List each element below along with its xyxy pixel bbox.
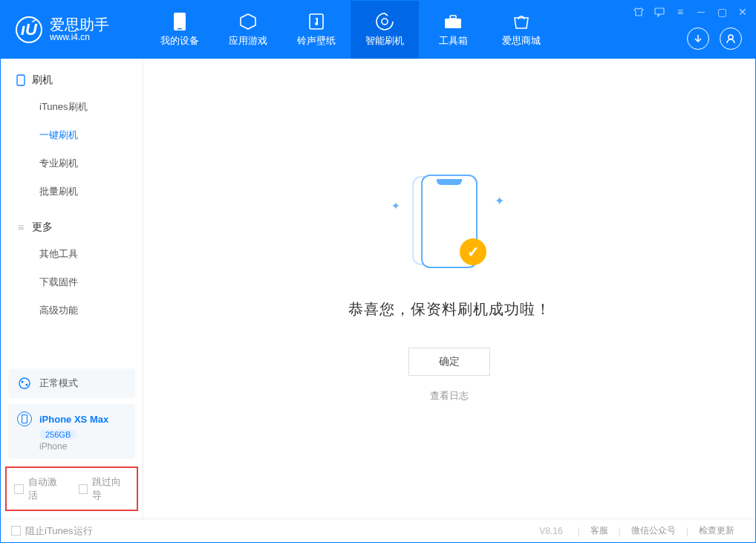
- feedback-icon[interactable]: [653, 5, 666, 19]
- app-title: 爱思助手: [50, 16, 109, 33]
- sidebar-section-title: 刷机: [1, 74, 143, 93]
- sidebar-item-one-click-flash[interactable]: 一键刷机: [1, 121, 143, 149]
- checkbox-label: 自动激活: [28, 475, 65, 502]
- nav-tab-flash[interactable]: 智能刷机: [351, 1, 419, 59]
- device-card[interactable]: iPhone XS Max 256GB iPhone: [8, 404, 135, 459]
- sidebar-item-pro-flash[interactable]: 专业刷机: [1, 149, 143, 178]
- svg-rect-6: [655, 8, 664, 14]
- device-icon: [170, 12, 189, 31]
- tools-icon: [443, 12, 463, 31]
- mode-card[interactable]: 正常模式: [8, 368, 135, 398]
- sparkle-icon: ✦: [391, 200, 400, 212]
- device-name: iPhone XS Max: [39, 414, 108, 425]
- app-logo-icon: ıÚ: [16, 16, 42, 43]
- download-button[interactable]: [687, 27, 709, 50]
- body: 刷机 iTunes刷机 一键刷机 专业刷机 批量刷机 ≡ 更多 其他工具 下载固…: [1, 59, 755, 518]
- sidebar-heading-label: 刷机: [32, 74, 53, 87]
- nav-tab-label: 我的设备: [160, 34, 199, 48]
- nav-tab-ringtone[interactable]: 铃声壁纸: [282, 1, 351, 59]
- sidebar-section-flash: 刷机 iTunes刷机 一键刷机 专业刷机 批量刷机: [1, 59, 143, 206]
- success-message: 恭喜您，保资料刷机成功啦！: [348, 299, 551, 319]
- checkbox-auto-activate[interactable]: 自动激活: [14, 475, 65, 502]
- footer-link-update[interactable]: 检查更新: [688, 524, 745, 537]
- svg-point-10: [22, 381, 24, 383]
- sidebar-section-title: ≡ 更多: [1, 221, 143, 240]
- checkbox-block-itunes[interactable]: 阻止iTunes运行: [11, 524, 93, 538]
- maximize-icon[interactable]: ▢: [715, 5, 729, 19]
- app-logo-text: 爱思助手 www.i4.cn: [50, 16, 109, 42]
- svg-point-7: [729, 35, 733, 39]
- checkbox-icon: [11, 526, 21, 536]
- nav-tab-label: 工具箱: [439, 34, 468, 48]
- svg-point-11: [26, 384, 28, 386]
- success-illustration: ✦ ✦ ✓: [390, 175, 509, 279]
- device-storage: 256GB: [39, 429, 76, 440]
- mode-label: 正常模式: [39, 377, 78, 390]
- nav-tab-label: 应用游戏: [229, 34, 267, 48]
- menu-icon[interactable]: ≡: [674, 5, 687, 19]
- device-type: iPhone: [39, 441, 126, 452]
- device-icon: [17, 412, 32, 426]
- svg-rect-4: [445, 19, 461, 28]
- apps-icon: [238, 12, 258, 31]
- sidebar: 刷机 iTunes刷机 一键刷机 专业刷机 批量刷机 ≡ 更多 其他工具 下载固…: [1, 59, 143, 518]
- svg-rect-1: [177, 28, 182, 30]
- user-button[interactable]: [720, 27, 742, 50]
- nav-tab-label: 爱思商城: [502, 34, 541, 48]
- nav-tab-tools[interactable]: 工具箱: [419, 1, 487, 59]
- nav-tab-device[interactable]: 我的设备: [146, 1, 214, 59]
- main-content: ✦ ✦ ✓ 恭喜您，保资料刷机成功啦！ 确定 查看日志: [143, 59, 755, 518]
- view-log-link[interactable]: 查看日志: [430, 389, 469, 403]
- nav-tab-label: 铃声壁纸: [297, 34, 336, 48]
- svg-rect-8: [17, 75, 25, 85]
- store-icon: [512, 12, 531, 31]
- footer: 阻止iTunes运行 V8.16 | 客服 | 微信公众号 | 检查更新: [1, 518, 755, 542]
- nav-tab-label: 智能刷机: [365, 34, 404, 48]
- sidebar-item-advanced[interactable]: 高级功能: [1, 296, 143, 325]
- close-icon[interactable]: ✕: [736, 5, 749, 19]
- nav-tabs: 我的设备 应用游戏 铃声壁纸 智能刷机 工具箱 爱思商城: [146, 1, 555, 59]
- mode-icon: [17, 376, 32, 391]
- sidebar-heading-label: 更多: [32, 221, 53, 234]
- checkbox-label: 阻止iTunes运行: [25, 524, 93, 538]
- nav-tab-apps[interactable]: 应用游戏: [214, 1, 282, 59]
- minimize-icon[interactable]: ─: [694, 5, 708, 19]
- checkbox-icon: [14, 484, 24, 494]
- nav-tab-store[interactable]: 爱思商城: [487, 1, 555, 59]
- svg-point-9: [19, 378, 30, 388]
- header-right: [687, 27, 742, 50]
- flash-icon: [375, 12, 394, 31]
- app-url: www.i4.cn: [50, 33, 109, 42]
- sidebar-item-itunes-flash[interactable]: iTunes刷机: [1, 93, 143, 121]
- footer-link-service[interactable]: 客服: [580, 524, 619, 537]
- list-icon: ≡: [16, 222, 26, 233]
- highlighted-options: 自动激活 跳过向导: [5, 466, 138, 511]
- app-logo-area: ıÚ 爱思助手 www.i4.cn: [1, 1, 146, 59]
- svg-rect-12: [22, 415, 27, 423]
- footer-link-wechat[interactable]: 微信公众号: [621, 524, 686, 537]
- checkbox-skip-guide[interactable]: 跳过向导: [79, 475, 130, 502]
- window-controls: ≡ ─ ▢ ✕: [632, 5, 749, 19]
- checkbox-icon: [79, 484, 88, 494]
- sidebar-item-batch-flash[interactable]: 批量刷机: [1, 178, 143, 206]
- sparkle-icon: ✦: [495, 194, 504, 208]
- svg-rect-0: [174, 13, 186, 30]
- shirt-icon[interactable]: [632, 5, 645, 19]
- svg-point-3: [382, 19, 388, 25]
- check-badge-icon: ✓: [460, 238, 486, 265]
- version-label: V8.16: [539, 526, 562, 536]
- svg-rect-5: [450, 16, 456, 19]
- ok-button[interactable]: 确定: [408, 348, 490, 376]
- sidebar-section-more: ≡ 更多 其他工具 下载固件 高级功能: [1, 206, 143, 325]
- checkbox-label: 跳过向导: [92, 475, 129, 502]
- phone-icon: [16, 75, 26, 85]
- header: ıÚ 爱思助手 www.i4.cn 我的设备 应用游戏 铃声壁纸 智能刷机 工具…: [1, 1, 755, 59]
- ringtone-icon: [307, 12, 326, 31]
- sidebar-item-download-firmware[interactable]: 下载固件: [1, 268, 143, 296]
- sidebar-item-other-tools[interactable]: 其他工具: [1, 240, 143, 268]
